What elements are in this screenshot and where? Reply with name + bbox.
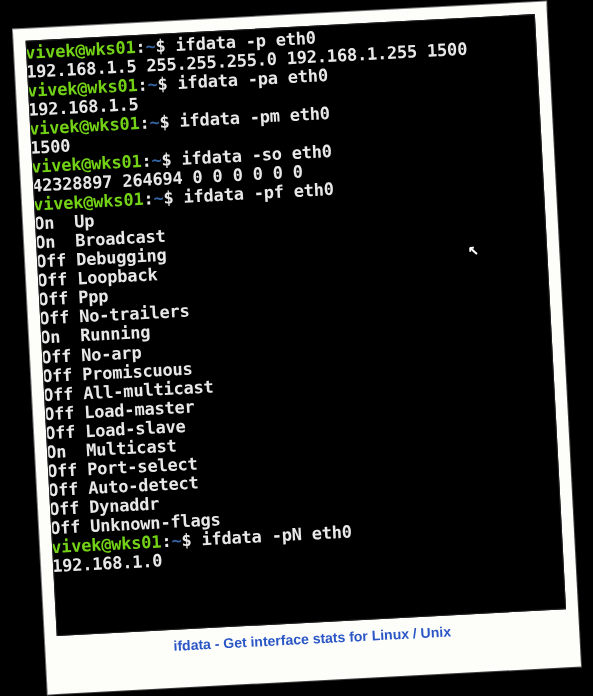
prompt-dollar: $: [158, 111, 179, 132]
prompt-dollar: $: [156, 73, 177, 94]
screenshot-frame: vivek@wks01:~$ ifdata -p eth0192.168.1.5…: [12, 1, 580, 694]
prompt-dollar: $: [154, 35, 175, 56]
prompt-dollar: $: [160, 149, 181, 170]
terminal-window[interactable]: vivek@wks01:~$ ifdata -p eth0192.168.1.5…: [25, 14, 565, 636]
prompt-dollar: $: [180, 529, 201, 550]
prompt-dollar: $: [162, 187, 183, 208]
